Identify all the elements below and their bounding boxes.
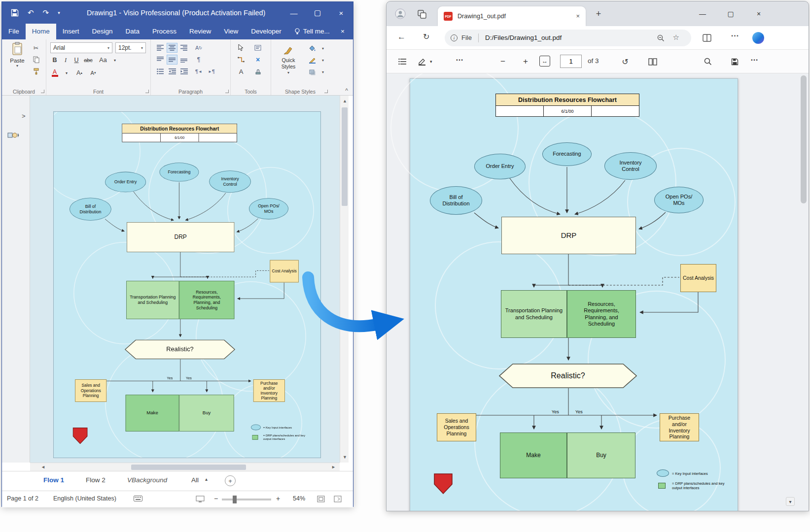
shape-buy[interactable]: Buy <box>567 432 635 478</box>
back-icon[interactable]: ← <box>397 32 406 42</box>
zoom-out-page-icon[interactable] <box>657 34 665 42</box>
shrink-font-button[interactable]: A▾ <box>88 67 99 78</box>
connector-tool-icon[interactable] <box>236 55 247 65</box>
toolbar-more-icon[interactable]: … <box>456 54 464 63</box>
shape-purchase[interactable]: Purchase and/or Inventory Planning <box>660 413 699 441</box>
horizontal-scrollbar[interactable]: ◄ ► <box>30 463 340 471</box>
align-top-icon[interactable] <box>155 55 166 65</box>
shape-order-entry[interactable]: Order Entry <box>105 172 146 193</box>
clipboard-dialog-launcher[interactable] <box>41 90 44 93</box>
align-right-icon[interactable] <box>178 43 189 53</box>
close-button[interactable]: × <box>747 1 771 26</box>
underline-button[interactable]: U <box>71 55 82 66</box>
grow-font-button[interactable]: A▴ <box>74 67 85 78</box>
shape-inventory-control[interactable]: Inventory Control <box>604 152 657 180</box>
scroll-right-icon[interactable]: ► <box>331 465 336 469</box>
scroll-down-icon[interactable]: ▼ <box>343 455 347 460</box>
page-tab-flow1[interactable]: Flow 1 <box>43 476 64 484</box>
page-tab-vbackground[interactable]: VBackground <box>127 476 167 484</box>
decrease-indent-icon[interactable] <box>167 66 177 76</box>
quick-styles-button[interactable]: Quick Styles ▾ <box>274 42 303 79</box>
toc-icon[interactable] <box>395 55 409 68</box>
scrollbar-thumb[interactable] <box>131 465 246 470</box>
shape-open-pos-mos[interactable]: Open POs/ MOs <box>654 187 704 213</box>
collapse-ribbon-icon[interactable]: ^ <box>345 87 348 94</box>
customize-qat-icon[interactable]: ▾ <box>58 10 60 15</box>
font-color-button[interactable]: A <box>49 67 60 78</box>
workspaces-icon[interactable] <box>416 8 428 20</box>
tab-close-icon[interactable]: × <box>576 12 580 20</box>
stamp-tool-icon[interactable] <box>252 66 263 76</box>
shape-buy[interactable]: Buy <box>179 395 234 431</box>
visio-drawing-page[interactable]: Distribution Resources Flowchart 6/1/00 … <box>53 111 321 458</box>
favorite-star-icon[interactable]: ☆ <box>673 33 679 42</box>
info-icon[interactable]: i <box>451 34 458 41</box>
chevron-down-icon[interactable]: ▾ <box>317 43 328 53</box>
pdf-scrollbar[interactable] <box>801 75 807 499</box>
paragraph-mark-icon[interactable]: ¶ <box>193 55 204 65</box>
address-url[interactable]: D:/Files/Drawing1_out.pdf <box>485 34 562 41</box>
cut-icon[interactable]: ✂ <box>31 42 41 53</box>
presentation-mode-icon[interactable] <box>195 495 205 503</box>
format-painter-icon[interactable] <box>31 66 41 77</box>
all-pages-button[interactable]: All <box>191 476 199 484</box>
fit-page-icon[interactable] <box>317 495 325 503</box>
minimize-button[interactable]: — <box>282 2 306 24</box>
bold-button[interactable]: B <box>49 55 60 66</box>
text-box-tool-icon[interactable] <box>252 43 263 53</box>
shape-make[interactable]: Make <box>126 395 179 431</box>
new-tab-button[interactable]: + <box>593 8 604 20</box>
undo-icon[interactable]: ↶ <box>28 8 34 17</box>
paste-button[interactable]: Paste ▾ <box>7 42 28 76</box>
copy-icon[interactable] <box>31 54 41 65</box>
tab-file[interactable]: File <box>2 24 26 39</box>
vertical-scrollbar[interactable]: ▲ ▼ <box>340 96 349 463</box>
keyboard-icon[interactable] <box>133 495 143 502</box>
paragraph-dialog-launcher[interactable] <box>225 90 229 93</box>
redo-icon[interactable]: ↷ <box>43 8 49 17</box>
shapes-stencil-icon[interactable] <box>7 131 20 140</box>
scrollbar-thumb[interactable] <box>342 107 348 206</box>
shape-inventory-control[interactable]: Inventory Control <box>209 170 251 193</box>
scroll-left-icon[interactable]: ◄ <box>41 465 45 469</box>
zoom-slider-track[interactable] <box>222 499 271 500</box>
shape-effects-icon[interactable] <box>307 67 317 77</box>
visio-canvas[interactable]: Distribution Resources Flowchart 6/1/00 … <box>30 96 340 463</box>
increase-indent-icon[interactable] <box>178 66 189 76</box>
font-dialog-launcher[interactable] <box>145 90 149 93</box>
browser-tab[interactable]: PDF Drawing1_out.pdf × <box>438 6 586 26</box>
red-arrow-marker[interactable] <box>72 428 87 444</box>
shape-forecasting[interactable]: Forecasting <box>159 163 199 181</box>
zoom-in-icon[interactable]: + <box>519 55 532 68</box>
tell-me-box[interactable]: Tell me... <box>288 24 336 39</box>
zoom-slider-thumb[interactable] <box>233 496 237 503</box>
search-icon[interactable] <box>701 55 715 68</box>
shape-cost-analysis[interactable]: Cost Analysis <box>270 260 298 283</box>
tab-view[interactable]: View <box>217 24 245 39</box>
shape-drp[interactable]: DRP <box>127 222 234 252</box>
insert-page-button[interactable]: + <box>225 475 236 486</box>
zoom-out-icon[interactable]: − <box>496 55 510 68</box>
fit-to-width-icon[interactable]: ↔ <box>539 56 550 66</box>
scroll-up-icon[interactable]: ▲ <box>343 99 347 103</box>
shape-open-pos-mos[interactable]: Open POs/ MOs <box>249 198 288 219</box>
status-page-indicator[interactable]: Page 1 of 2 <box>7 495 38 502</box>
chevron-down-icon[interactable]: ▾ <box>109 55 120 66</box>
chevron-down-icon[interactable]: ▾ <box>61 67 72 78</box>
chevron-down-icon[interactable]: ▾ <box>317 67 328 77</box>
pointer-tool-icon[interactable] <box>236 43 247 53</box>
shape-transportation[interactable]: Transportation Planning and Scheduling <box>126 281 179 319</box>
tab-insert[interactable]: Insert <box>56 24 86 39</box>
shape-sales-ops[interactable]: Sales and Operations Planning <box>437 413 476 441</box>
tab-data[interactable]: Data <box>119 24 146 39</box>
fill-color-icon[interactable] <box>307 43 317 53</box>
font-name-combo[interactable]: Arial ▾ <box>50 42 112 53</box>
shape-styles-dialog-launcher[interactable] <box>324 90 328 93</box>
shape-bill-of-distribution[interactable]: Bill of Distribution <box>430 186 482 215</box>
shape-sales-ops[interactable]: Sales and Operations Planning <box>75 379 106 402</box>
change-case-button[interactable]: Aa <box>98 55 108 66</box>
pdf-more-icon[interactable]: … <box>750 54 759 63</box>
save-icon[interactable] <box>11 9 19 17</box>
page-tab-flow2[interactable]: Flow 2 <box>86 476 106 484</box>
pdf-content-area[interactable]: Distribution Resources Flowchart 6/1/00 … <box>387 73 809 511</box>
